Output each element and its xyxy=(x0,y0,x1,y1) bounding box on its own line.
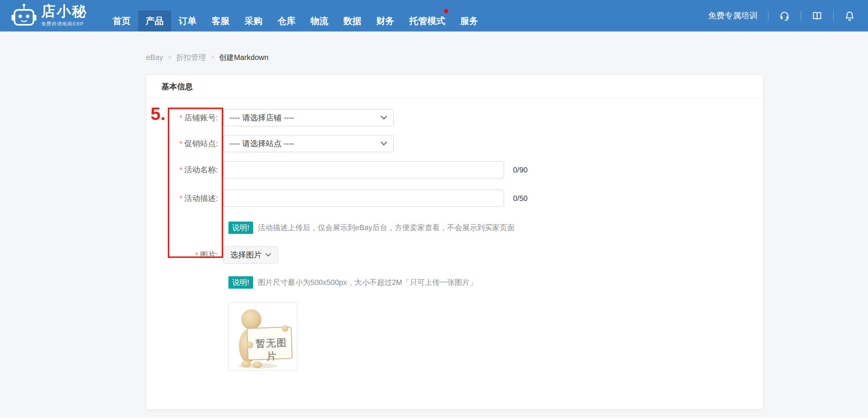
note-badge: 说明! xyxy=(228,276,253,289)
logo[interactable]: 店小秘 免费跨境电商ERP xyxy=(0,0,87,31)
breadcrumb-item-0[interactable]: eBay xyxy=(146,53,163,62)
free-training-link[interactable]: 免费专属培训 xyxy=(708,10,758,21)
activity-name-input[interactable] xyxy=(223,161,504,178)
nav-item-label: 产品 xyxy=(146,16,164,26)
annotation-step-number: 5. xyxy=(151,103,166,124)
image-label: *图片: xyxy=(146,250,223,260)
activity-desc-row: *活动描述: 0/50 xyxy=(146,190,763,207)
image-note: 说明! 图片尺寸最小为500x500px，大小不超过2M「只可上传一张图片」 xyxy=(228,276,763,289)
nav-item-label: 采购 xyxy=(245,16,262,26)
nav-divider xyxy=(801,11,801,21)
nav-item-label: 订单 xyxy=(179,16,197,26)
required-marker: * xyxy=(179,194,182,202)
breadcrumb-item-1[interactable]: 折扣管理 xyxy=(176,52,206,63)
required-marker: * xyxy=(179,114,182,122)
image-row: *图片: 选择图片 xyxy=(146,246,763,264)
robot-logo-icon xyxy=(11,2,37,29)
headset-icon[interactable] xyxy=(779,10,790,21)
nav-item-9[interactable]: 托管模式 xyxy=(402,10,453,31)
notification-dot xyxy=(444,9,448,13)
required-marker: * xyxy=(195,251,198,259)
breadcrumb-item-2: 创建Markdown xyxy=(219,52,268,63)
note-text: 活动描述上传后，仅会展示到eBay后台，方便卖家查看，不会展示到买家页面 xyxy=(258,223,515,233)
activity-name-row: *活动名称: 0/90 xyxy=(146,161,763,178)
nav-item-label: 物流 xyxy=(310,16,328,26)
nav-item-6[interactable]: 物流 xyxy=(303,10,336,31)
nav-item-3[interactable]: 客服 xyxy=(204,10,237,31)
placeholder-text: 暂无图片 xyxy=(252,336,291,364)
nav-item-8[interactable]: 财务 xyxy=(369,10,402,31)
shop-select[interactable]: ---- 请选择店铺 ---- xyxy=(223,109,394,126)
activity-name-label: *活动名称: xyxy=(146,165,223,175)
nav-item-label: 客服 xyxy=(212,16,230,26)
nav-item-5[interactable]: 仓库 xyxy=(270,10,303,31)
logo-title: 店小秘 xyxy=(41,4,87,19)
no-image-placeholder: 暂无图片 xyxy=(228,303,297,371)
promo-site-label: *促销站点: xyxy=(146,138,223,149)
nav-item-label: 服务 xyxy=(460,16,478,26)
nav-item-10[interactable]: 服务 xyxy=(453,10,486,31)
name-char-counter: 0/90 xyxy=(513,166,528,174)
nav-item-1-active[interactable]: 产品 xyxy=(138,10,171,31)
card-title: 基本信息 xyxy=(146,75,763,98)
site-select[interactable]: ---- 请选择站点 ---- xyxy=(223,135,394,152)
breadcrumb: eBay>折扣管理>创建Markdown xyxy=(146,53,868,62)
nav-divider xyxy=(768,11,768,21)
bell-icon[interactable] xyxy=(844,10,855,21)
logo-subtitle: 免费跨境电商ERP xyxy=(41,21,87,27)
chevron-down-icon xyxy=(380,115,387,120)
nav-item-2[interactable]: 订单 xyxy=(171,10,204,31)
choose-image-button[interactable]: 选择图片 xyxy=(223,246,278,264)
nav-item-label: 数据 xyxy=(343,16,361,26)
promo-site-row: *促销站点: ---- 请选择站点 ---- xyxy=(146,135,763,152)
nav-item-0[interactable]: 首页 xyxy=(105,10,138,31)
markdown-form: *店铺账号: ---- 请选择店铺 ---- *促销站点: ---- 请选择站点… xyxy=(146,98,763,409)
breadcrumb-separator: > xyxy=(168,54,172,61)
activity-desc-label: *活动描述: xyxy=(146,193,223,204)
breadcrumb-separator: > xyxy=(210,54,215,61)
note-badge: 说明! xyxy=(228,222,253,234)
top-nav: 店小秘 免费跨境电商ERP 首页产品订单客服采购仓库物流数据财务托管模式服务 免… xyxy=(0,0,868,31)
shop-select-value: ---- 请选择店铺 ---- xyxy=(230,112,294,123)
note-text: 图片尺寸最小为500x500px，大小不超过2M「只可上传一张图片」 xyxy=(258,277,477,288)
nav-item-label: 仓库 xyxy=(277,16,295,26)
required-marker: * xyxy=(179,139,182,148)
shop-account-row: *店铺账号: ---- 请选择店铺 ---- xyxy=(146,109,763,126)
desc-note: 说明! 活动描述上传后，仅会展示到eBay后台，方便卖家查看，不会展示到买家页面 xyxy=(228,222,763,234)
nav-item-4[interactable]: 采购 xyxy=(237,10,270,31)
chevron-down-icon xyxy=(265,253,271,257)
basic-info-card: 基本信息 *店铺账号: ---- 请选择店铺 ---- *促销站点: ---- … xyxy=(146,75,763,410)
nav-item-label: 首页 xyxy=(113,16,131,26)
required-marker: * xyxy=(179,166,182,174)
nav-item-label: 托管模式 xyxy=(409,16,445,26)
chevron-down-icon xyxy=(380,141,387,146)
book-icon[interactable] xyxy=(811,10,823,21)
nav-item-7[interactable]: 数据 xyxy=(336,10,369,31)
logo-text: 店小秘 免费跨境电商ERP xyxy=(41,4,87,28)
site-select-value: ---- 请选择站点 ---- xyxy=(230,138,294,149)
nav-divider xyxy=(833,11,834,21)
activity-desc-input[interactable] xyxy=(223,190,504,207)
desc-char-counter: 0/50 xyxy=(513,194,528,203)
nav-menu: 首页产品订单客服采购仓库物流数据财务托管模式服务 xyxy=(105,10,486,31)
nav-right: 免费专属培训 xyxy=(708,0,868,31)
nav-item-label: 财务 xyxy=(376,16,394,26)
